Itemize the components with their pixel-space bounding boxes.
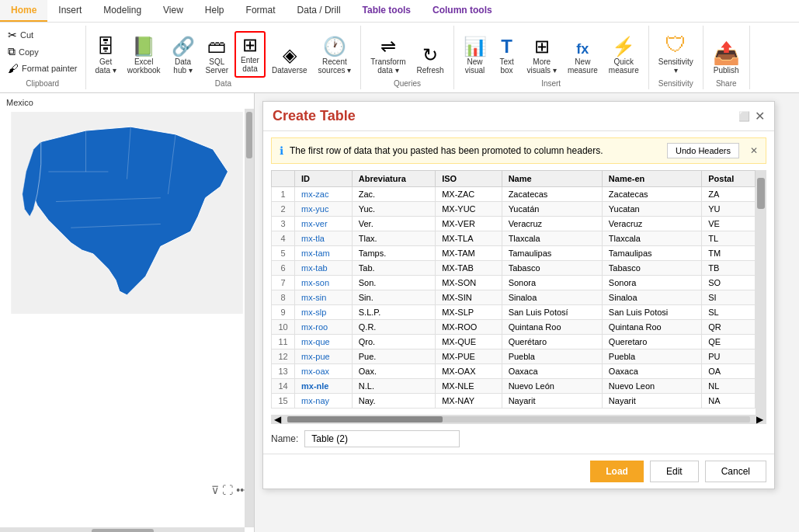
cell-abreviatura: Nay. [352,394,435,409]
cell-iso: MX-ROO [436,320,502,335]
cell-id: mx-tla [295,231,353,246]
excel-workbook-button[interactable]: 📗 Excelworkbook [123,34,165,78]
table-row: 15 mx-nay Nay. MX-NAY Nayarit Nayarit NA [272,394,756,409]
name-input[interactable] [304,430,460,447]
cell-name-en: Nayarit [602,394,701,409]
cell-name: Oaxaca [502,364,602,379]
tab-column-tools[interactable]: Column tools [422,0,503,22]
enter-data-button[interactable]: ⊞ Enterdata [234,31,266,78]
sql-server-label: SQLServer [206,57,228,75]
cell-id: mx-roo [295,320,353,335]
refresh-button[interactable]: ↻ Refresh [412,43,449,78]
tab-home[interactable]: Home [0,0,47,22]
dialog-header: Create Table ⬜ ✕ [263,102,774,131]
map-vscroll-thumb[interactable] [246,112,252,158]
expand-icon[interactable]: ⛶ [222,484,233,496]
data-group-label: Data [215,78,231,88]
cell-rownum: 6 [272,261,295,276]
get-data-button[interactable]: 🗄 Getdata ▾ [91,34,121,78]
sql-server-button[interactable]: 🗃 SQLServer [201,34,233,78]
publish-button[interactable]: 📤 Publish [708,40,745,78]
col-name-en: Name-en [602,171,701,187]
cancel-button[interactable]: Cancel [705,461,766,482]
map-vscrollbar[interactable] [245,109,254,527]
format-painter-button[interactable]: 🖌 Format painter [5,61,81,76]
new-visual-icon: 📊 [464,37,487,56]
cell-name-en: Veracruz [602,217,701,231]
maximize-button[interactable]: ⬜ [738,111,750,122]
cut-button[interactable]: ✂ Cut [5,27,81,43]
sql-server-icon: 🗃 [207,37,226,56]
transform-data-button[interactable]: ⇌ Transformdata ▾ [366,34,410,78]
recent-sources-label: Recentsources ▾ [318,57,352,75]
cell-name-en: Tabasco [602,261,701,276]
dataverse-button[interactable]: ◈ Dataverse [267,43,312,78]
more-visuals-button[interactable]: ⊞ Morevisuals ▾ [523,34,561,78]
col-abreviatura: Abreviatura [352,171,435,187]
cell-postal: NA [702,394,756,409]
table-hscrollbar[interactable]: ◀ ▶ [271,415,766,424]
cell-id: mx-tam [295,246,353,261]
table-vscrollbar[interactable] [756,170,766,415]
tab-view[interactable]: View [152,0,194,22]
sensitivity-icon: 🛡 [665,34,686,56]
new-measure-button[interactable]: fx Newmeasure [563,39,603,78]
quick-measure-icon: ⚡ [612,37,635,56]
copy-button[interactable]: ⧉ Copy [5,43,81,60]
cell-postal: SI [702,290,756,305]
scroll-left-button[interactable]: ◀ [271,414,284,425]
cell-abreviatura: Son. [352,276,435,290]
scroll-right-button[interactable]: ▶ [753,414,766,425]
map-hscrollbar[interactable] [0,527,245,532]
new-visual-button[interactable]: 📊 Newvisual [459,34,492,78]
cell-iso: MX-SIN [436,290,502,305]
data-hub-button[interactable]: 🔗 Datahub ▾ [167,34,200,78]
col-rownum [272,171,295,187]
cell-postal: VE [702,217,756,231]
cell-iso: MX-SLP [436,305,502,320]
scroll-thumb[interactable] [287,416,443,422]
ribbon-tab-bar: Home Insert Modeling View Help Format Da… [0,0,799,23]
table-vscroll-thumb[interactable] [757,178,765,209]
text-box-button[interactable]: T Textbox [493,34,521,78]
tab-modeling[interactable]: Modeling [92,0,152,22]
undo-headers-button[interactable]: Undo Headers [667,143,739,158]
share-items: 📤 Publish [708,27,745,78]
tab-table-tools[interactable]: Table tools [352,0,422,22]
close-button[interactable]: ✕ [755,109,765,123]
table-row: 2 mx-yuc Yuc. MX-YUC Yucatán Yucatan YU [272,202,756,217]
tab-format[interactable]: Format [235,0,287,22]
table-wrapper: ID Abreviatura ISO Name Name-en Postal 1… [271,170,766,415]
cell-id: mx-tab [295,261,353,276]
cell-abreviatura: Pue. [352,349,435,364]
cell-abreviatura: Tlax. [352,231,435,246]
edit-button[interactable]: Edit [650,461,699,482]
enter-data-label: Enterdata [241,56,259,73]
cell-name-en: Sonora [602,276,701,290]
more-visuals-label: Morevisuals ▾ [527,57,557,75]
tab-insert[interactable]: Insert [47,0,92,22]
info-close-button[interactable]: ✕ [750,145,758,156]
queries-group-label: Queries [394,78,421,88]
cell-name: Nayarit [502,394,602,409]
tab-help[interactable]: Help [194,0,235,22]
filter-icon[interactable]: ⊽ [211,484,219,496]
cell-name: Tamaulipas [502,246,602,261]
tab-data-drill[interactable]: Data / Drill [287,0,352,22]
recent-sources-button[interactable]: 🕐 Recentsources ▾ [314,34,356,78]
cell-postal: TL [702,231,756,246]
load-button[interactable]: Load [590,461,644,482]
quick-measure-button[interactable]: ⚡ Quickmeasure [604,34,644,78]
sensitivity-button[interactable]: 🛡 Sensitivity▾ [654,31,698,78]
recent-sources-icon: 🕐 [323,37,346,56]
cell-id: mx-zac [295,187,353,202]
quick-measure-label: Quickmeasure [609,57,639,75]
cell-rownum: 14 [272,379,295,394]
cell-id: mx-oax [295,364,353,379]
cell-iso: MX-OAX [436,364,502,379]
group-share: 📤 Publish Share [703,26,750,89]
map-hscroll-thumb[interactable] [92,529,154,532]
table-row: 1 mx-zac Zac. MX-ZAC Zacatecas Zacatecas… [272,187,756,202]
info-bar: ℹ The first row of data that you pasted … [271,137,766,164]
get-data-icon: 🗄 [96,37,115,56]
